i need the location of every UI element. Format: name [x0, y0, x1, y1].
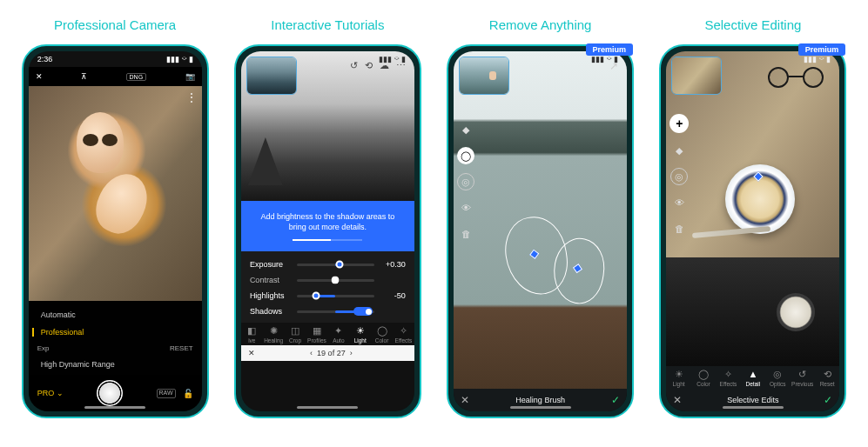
card-title: Remove Anything [489, 17, 592, 32]
editor-image[interactable]: ▮▮▮⌔▮ ↗ ◆ ◯ ◎ 👁 🗑 [454, 51, 627, 389]
tool-color[interactable]: ◯Color [691, 370, 716, 387]
profiles-icon: ▦ [313, 326, 321, 336]
screen: 2:36 ▮▮▮ ⌔ ▮ ✕ ⊼ DNG 📷 ⋮ Automatic [29, 51, 202, 411]
format-badge[interactable]: DNG [126, 73, 147, 81]
slider-contrast[interactable]: Contrast [250, 272, 406, 288]
slider-value: -50 [380, 291, 406, 300]
slider-value: +0.30 [380, 260, 406, 269]
tool-label: Color [696, 381, 710, 387]
close-icon[interactable]: ✕ [36, 72, 43, 81]
editor-image[interactable]: ▮▮▮⌔▮ ↺ ⟲ ☁ ⋯ [241, 51, 414, 201]
pager-next[interactable]: › [350, 349, 353, 357]
effects-icon: ✧ [400, 326, 407, 336]
share-icon[interactable]: ↗ [609, 60, 618, 72]
card-professional-camera: Professional Camera 2:36 ▮▮▮ ⌔ ▮ ✕ ⊼ DNG… [17, 17, 213, 418]
mode-professional[interactable]: Professional [29, 324, 202, 341]
tip-text: Add brightness to the shadow areas to br… [261, 212, 395, 231]
healing-selections[interactable] [506, 217, 610, 321]
visibility-icon[interactable]: 👁 [457, 199, 474, 217]
tool-light[interactable]: ☀Light [666, 370, 690, 387]
preview-thumbnail[interactable] [671, 57, 722, 95]
card-title: Professional Camera [54, 17, 176, 32]
tool-reset[interactable]: ⟲Reset [815, 370, 839, 387]
pro-mode-label[interactable]: PRO ⌄ [37, 389, 64, 397]
history-icon[interactable]: ⟲ [365, 60, 373, 71]
slider-track[interactable] [297, 264, 374, 266]
tool-label: Light [354, 337, 367, 344]
tool-color[interactable]: ◯Color [371, 326, 393, 344]
undo-icon[interactable]: ↺ [350, 60, 358, 71]
sunglasses [83, 134, 118, 146]
tool-light[interactable]: ☀Light [349, 326, 371, 344]
color-icon: ◯ [377, 326, 387, 336]
visibility-icon[interactable]: 👁 [670, 194, 688, 211]
slider-toggle[interactable] [353, 307, 373, 316]
mode-automatic[interactable]: Automatic [29, 306, 202, 324]
tool-label: ive [248, 337, 255, 344]
previous-icon: ↺ [798, 370, 806, 379]
cancel-icon[interactable]: ✕ [461, 394, 469, 406]
card-title: Interactive Tutorials [271, 17, 384, 32]
tool-healing[interactable]: ✺Healing [263, 326, 285, 344]
slider-track[interactable] [297, 310, 374, 313]
preview-thumbnail[interactable] [459, 57, 509, 95]
healing-side-tools: ◆ ◯ ◎ 👁 🗑 [457, 121, 474, 243]
slider-label: Highlights [250, 291, 292, 300]
delete-icon[interactable]: 🗑 [670, 220, 688, 237]
preview-thumbnail[interactable] [246, 57, 297, 95]
toolbar: ☀Light◯Color✧Effects▲Detail◎Optics↺Previ… [666, 366, 839, 389]
radial-tool-icon[interactable]: ◎ [670, 168, 688, 185]
tool-detail[interactable]: ▲Detail [741, 370, 765, 387]
delete-icon[interactable]: 🗑 [457, 225, 474, 243]
slider-track[interactable] [297, 279, 374, 282]
camera-right-icons: RAW 🔓 [157, 389, 193, 398]
tool-optics[interactable]: ◎Optics [765, 370, 790, 387]
tool-label: Previous [791, 381, 813, 387]
tool-crop[interactable]: ◫Crop [285, 326, 306, 344]
add-selection-button[interactable]: + [670, 114, 689, 133]
tool-auto[interactable]: ✦Auto [327, 326, 349, 344]
pager-prev[interactable]: ‹ [310, 349, 313, 357]
slider-shadows[interactable]: Shadows [250, 304, 406, 319]
tool-effects[interactable]: ✧Effects [716, 370, 740, 387]
confirm-icon[interactable]: ✓ [824, 394, 832, 406]
status-icons: ▮▮▮ ⌔ ▮ [166, 55, 193, 63]
spot-tool-icon[interactable]: ◆ [457, 121, 474, 138]
camera-viewfinder[interactable]: ⋮ [29, 86, 202, 301]
home-indicator[interactable] [723, 406, 784, 409]
camera-flip-icon[interactable]: 📷 [185, 72, 195, 81]
cancel-icon[interactable]: ✕ [673, 394, 682, 406]
photo-eyeglasses [768, 67, 824, 91]
more-icon[interactable]: ⋯ [396, 60, 406, 71]
phone-frame: ▮▮▮⌔▮ ↺ ⟲ ☁ ⋯ Add brightness to the shad… [234, 44, 421, 418]
tutorial-tip: Add brightness to the shadow areas to br… [241, 201, 414, 251]
tripod-icon[interactable]: ⊼ [81, 72, 87, 81]
phone-frame: ▮▮▮⌔▮ ↗ ◆ ◯ ◎ 👁 🗑 ✕ [447, 44, 634, 418]
overflow-menu-icon[interactable]: ⋮ [186, 91, 197, 103]
clone-tool-icon[interactable]: ◎ [457, 173, 474, 190]
confirm-icon[interactable]: ✓ [611, 394, 620, 406]
reset-button[interactable]: RESET [170, 344, 193, 352]
spot-tool-icon[interactable]: ◆ [670, 142, 688, 159]
pager-close[interactable]: ✕ [248, 349, 255, 357]
tool-previous[interactable]: ↺Previous [790, 370, 814, 387]
brush-tool-icon[interactable]: ◯ [457, 147, 474, 164]
slider-track[interactable] [297, 295, 374, 297]
wifi-icon: ⌔ [182, 55, 186, 63]
home-indicator[interactable] [510, 406, 571, 409]
home-indicator[interactable] [297, 406, 358, 409]
tool-effects[interactable]: ✧Effects [393, 326, 414, 344]
light-icon: ☀ [675, 370, 683, 379]
slider-highlights[interactable]: Highlights-50 [250, 288, 406, 304]
slider-exposure[interactable]: Exposure+0.30 [250, 257, 406, 272]
editor-image[interactable]: ▮▮▮⌔▮ + ◆ ◎ 👁 🗑 [666, 51, 839, 366]
cloud-icon[interactable]: ☁ [380, 60, 389, 71]
tool-profiles[interactable]: ▦Profiles [306, 326, 328, 344]
mode-hdr[interactable]: High Dynamic Range [29, 356, 202, 373]
raw-icon[interactable]: RAW [157, 389, 176, 398]
home-indicator[interactable] [84, 406, 145, 409]
wifi-icon: ⌔ [819, 55, 824, 63]
lock-icon[interactable]: 🔓 [183, 389, 193, 398]
tool-ive[interactable]: ◧ive [241, 326, 263, 344]
shutter-button[interactable] [97, 380, 123, 406]
